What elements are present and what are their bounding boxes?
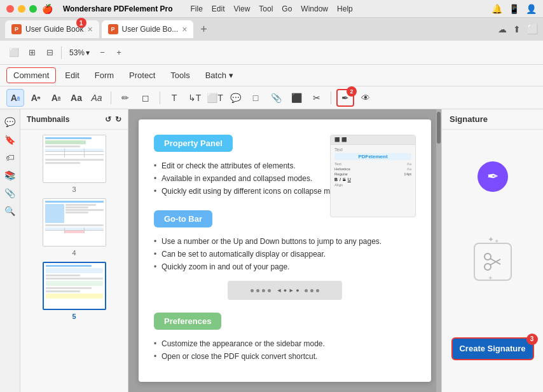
scrollbar-track[interactable] (436, 109, 441, 392)
ann-sticky-note[interactable]: 💬 (226, 89, 244, 107)
sidebar-icons: 💬 🔖 🏷 📚 📎 🔍 (0, 109, 20, 392)
zoom-value[interactable]: 53% (69, 48, 85, 57)
ann-eye[interactable]: 👁 (357, 89, 375, 107)
menu-tools[interactable]: Tools (164, 68, 196, 83)
thumbnail-img-3 (43, 135, 106, 183)
ann-sign[interactable]: ✒ 2 (336, 89, 354, 107)
thumbnails-rotate-right[interactable]: ↻ (115, 115, 121, 124)
signature-panel: Signature ✒ ✦ ✦ (441, 109, 543, 392)
toolbar-icon-1[interactable]: ⬜ (6, 45, 22, 60)
tab-add-button[interactable]: + (196, 22, 211, 37)
thumbnail-page-4[interactable]: 4 (43, 198, 106, 257)
scissors-icon (481, 250, 504, 273)
thumbnail-page-3[interactable]: 3 (43, 135, 106, 193)
sign-badge: 2 (347, 86, 357, 97)
create-signature-badge: 3 (526, 334, 538, 345)
menu-comment[interactable]: Comment (6, 67, 56, 83)
scrollbar-thumb[interactable] (437, 112, 441, 144)
pdf-page: Property Panel Edit or check the attribu… (139, 119, 431, 382)
goto-bar-title: Go-to Bar (154, 210, 212, 227)
ann-text-box[interactable]: T (165, 89, 183, 107)
svg-point-0 (485, 253, 491, 260)
device-icon[interactable]: 📱 (509, 4, 519, 14)
menu-protect[interactable]: Protect (123, 68, 162, 83)
section-property-panel: Property Panel Edit or check the attribu… (154, 135, 416, 198)
menu-view[interactable]: View (234, 4, 251, 13)
toolbar-icon-2[interactable]: ⊞ (24, 45, 39, 60)
tab-1-badge: 1 (76, 18, 86, 28)
ann-pen[interactable]: ✏ (116, 89, 134, 107)
titlebar-right-icons: 🔔 📱 👤 (491, 4, 537, 14)
menu-tool[interactable]: Tool (259, 4, 273, 13)
thumbnail-img-5 (43, 262, 106, 310)
property-panel-illustration: ⬛ ⬛ Text PDFelement TextAa HelveticaAa R… (330, 135, 416, 217)
ann-italic[interactable]: Aa (88, 89, 106, 107)
sidebar-bookmark-icon[interactable]: 🔖 (3, 132, 18, 147)
svg-point-1 (485, 264, 491, 270)
thumbnails-container: 3 (20, 130, 128, 325)
ann-bold[interactable]: Aa (67, 89, 85, 107)
thumbnails-panel: Thumbnails ↺ ↻ (20, 109, 128, 392)
toolbar-icon-3[interactable]: ⊟ (42, 45, 57, 60)
tab-2-icon: P (108, 24, 118, 34)
close-button[interactable] (6, 5, 14, 13)
menu-edit[interactable]: Edit (212, 4, 225, 13)
ann-text-highlight[interactable]: Aa (6, 89, 24, 107)
bullet-2-3: Quickly zoom in and out of your page. (154, 260, 416, 273)
maximize-button[interactable] (29, 5, 37, 13)
zoom-group: 53% ▾ (69, 48, 90, 57)
preferences-title: Preferences (154, 313, 221, 330)
ann-text-callout[interactable]: ⬜T (206, 89, 224, 107)
share-icon[interactable]: ⬆ (513, 24, 521, 34)
thumb-num-4: 4 (72, 249, 76, 257)
sidebar-tag-icon[interactable]: 🏷 (3, 150, 18, 165)
bullet-2-2: Can be set to automatically display or d… (154, 248, 416, 260)
tab-1[interactable]: P User Guide Book 1 × (5, 20, 99, 38)
tab-2[interactable]: P User Guide Bo... × (102, 20, 194, 38)
ann-eraser[interactable]: ◻ (137, 89, 155, 107)
ann-measure[interactable]: ⬛ (287, 89, 305, 107)
sidebar-link-icon[interactable]: 📎 (3, 186, 18, 201)
expand-icon[interactable]: ⬜ (527, 24, 538, 34)
tab-1-label: User Guide Book (25, 25, 83, 34)
ann-strikethrough[interactable]: Aa (27, 89, 45, 107)
thumbnail-page-5[interactable]: 5 (43, 262, 106, 320)
annotation-toolbar: Aa Aa Aa Aa Aa ✏ ◻ T ↳T ⬜T 💬 □ 📎 ⬛ ✂ ✒ 2… (0, 86, 543, 109)
menu-window[interactable]: Window (301, 4, 328, 13)
ann-underline[interactable]: Aa (47, 89, 65, 107)
ann-callout[interactable]: ↳T (186, 89, 203, 107)
thumbnails-rotate-left[interactable]: ↺ (105, 115, 111, 124)
tab-1-close[interactable]: × (87, 24, 92, 34)
zoom-out-button[interactable]: − (95, 45, 110, 60)
sidebar-comment-icon[interactable]: 💬 (3, 114, 18, 130)
section-preferences: Preferences Customize the appearance or … (154, 313, 416, 363)
sidebar-search-icon[interactable]: 🔍 (3, 203, 18, 219)
minimize-button[interactable] (18, 5, 25, 13)
zoom-dropdown-icon[interactable]: ▾ (86, 48, 90, 57)
create-signature-button[interactable]: Create Signature 3 (451, 337, 534, 360)
menu-file[interactable]: File (191, 4, 203, 13)
notification-icon[interactable]: 🔔 (491, 4, 502, 14)
menu-form[interactable]: Form (88, 68, 120, 83)
cloud-upload-icon[interactable]: ☁ (498, 24, 507, 34)
menu-help[interactable]: Help (337, 4, 353, 13)
bullet-3-1: Customize the appearance or the sidebar … (154, 337, 416, 350)
account-icon[interactable]: 👤 (526, 4, 537, 14)
tab-2-close[interactable]: × (182, 24, 187, 34)
menu-batch[interactable]: Batch ▾ (199, 68, 240, 83)
signature-avatar: ✒ (478, 161, 508, 192)
tabbar-right-icons: ☁ ⬆ ⬜ (498, 24, 538, 34)
goto-bar-illustration: ◄ ● ► ● (228, 281, 342, 300)
thumbnail-img-4 (43, 198, 106, 247)
sidebar-layers-icon[interactable]: 📚 (3, 168, 18, 183)
ann-rectangle[interactable]: □ (247, 89, 265, 107)
zoom-in-button[interactable]: + (111, 45, 127, 60)
menu-go[interactable]: Go (282, 4, 292, 13)
menu-edit[interactable]: Edit (58, 68, 85, 83)
ann-attachment[interactable]: 📎 (267, 89, 285, 107)
menubar: Comment Edit Form Protect Tools Batch ▾ (0, 65, 543, 86)
thumb-num-5: 5 (72, 313, 76, 320)
ann-stamp[interactable]: ✂ (308, 89, 326, 107)
toolbar-separator-1 (61, 46, 62, 59)
signature-graphic: ✦ ✦ ✦ (474, 240, 512, 283)
